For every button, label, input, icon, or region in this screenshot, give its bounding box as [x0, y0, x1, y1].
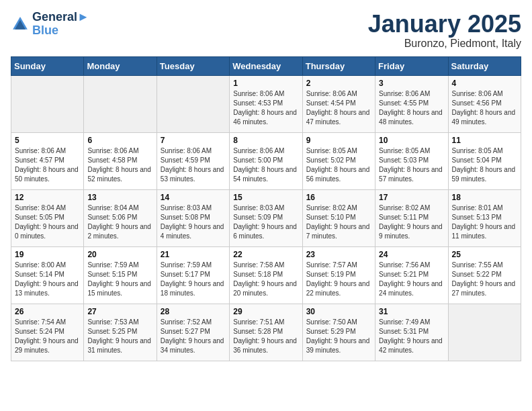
calendar-day-cell: 17Sunrise: 8:02 AM Sunset: 5:11 PM Dayli… [375, 189, 448, 246]
day-number: 2 [306, 79, 371, 88]
day-number: 7 [161, 136, 226, 145]
calendar-title: January 2025 [368, 11, 521, 38]
calendar-day-cell: 31Sunrise: 7:49 AM Sunset: 5:31 PM Dayli… [375, 304, 448, 361]
day-info: Sunrise: 7:55 AM Sunset: 5:22 PM Dayligh… [452, 261, 517, 298]
day-number: 11 [452, 136, 517, 145]
day-info: Sunrise: 8:05 AM Sunset: 5:04 PM Dayligh… [452, 146, 517, 184]
day-info: Sunrise: 8:02 AM Sunset: 5:10 PM Dayligh… [306, 203, 371, 241]
day-number: 8 [233, 136, 298, 145]
day-number: 30 [306, 307, 371, 316]
calendar-day-cell: 10Sunrise: 8:05 AM Sunset: 5:03 PM Dayli… [375, 132, 448, 189]
day-number: 28 [161, 307, 226, 316]
day-number: 25 [452, 250, 517, 259]
weekday-label: Sunday [11, 56, 84, 75]
day-number: 20 [87, 250, 152, 259]
day-info: Sunrise: 8:06 AM Sunset: 4:54 PM Dayligh… [306, 89, 371, 127]
day-info: Sunrise: 7:53 AM Sunset: 5:25 PM Dayligh… [87, 318, 152, 355]
page-header: General► Blue January 2025 Buronzo, Pied… [11, 11, 521, 50]
day-info: Sunrise: 7:50 AM Sunset: 5:29 PM Dayligh… [306, 318, 371, 355]
day-info: Sunrise: 8:04 AM Sunset: 5:05 PM Dayligh… [15, 203, 80, 241]
calendar-week-row: 26Sunrise: 7:54 AM Sunset: 5:24 PM Dayli… [11, 304, 521, 361]
day-number: 6 [87, 136, 152, 145]
calendar-day-cell: 28Sunrise: 7:52 AM Sunset: 5:27 PM Dayli… [157, 304, 229, 361]
day-number: 12 [15, 193, 80, 202]
calendar-day-cell [448, 304, 521, 361]
weekday-label: Friday [375, 56, 448, 75]
day-info: Sunrise: 7:49 AM Sunset: 5:31 PM Dayligh… [379, 318, 444, 355]
calendar-day-cell: 8Sunrise: 8:06 AM Sunset: 5:00 PM Daylig… [230, 132, 302, 189]
day-info: Sunrise: 7:57 AM Sunset: 5:19 PM Dayligh… [306, 261, 371, 298]
day-number: 9 [306, 136, 371, 145]
calendar-day-cell [84, 75, 157, 132]
calendar-day-cell [157, 75, 229, 132]
day-number: 17 [379, 193, 444, 202]
day-number: 10 [379, 136, 444, 145]
day-number: 24 [379, 250, 444, 259]
day-number: 22 [233, 250, 298, 259]
calendar-day-cell: 2Sunrise: 8:06 AM Sunset: 4:54 PM Daylig… [302, 75, 375, 132]
day-info: Sunrise: 7:54 AM Sunset: 5:24 PM Dayligh… [15, 318, 80, 355]
day-info: Sunrise: 8:06 AM Sunset: 4:56 PM Dayligh… [452, 89, 517, 127]
day-number: 1 [233, 79, 298, 88]
day-info: Sunrise: 7:59 AM Sunset: 5:17 PM Dayligh… [161, 261, 226, 298]
calendar-day-cell: 3Sunrise: 8:06 AM Sunset: 4:55 PM Daylig… [375, 75, 448, 132]
calendar-day-cell: 20Sunrise: 7:59 AM Sunset: 5:15 PM Dayli… [84, 246, 157, 304]
calendar-subtitle: Buronzo, Piedmont, Italy [368, 38, 521, 50]
calendar-day-cell: 16Sunrise: 8:02 AM Sunset: 5:10 PM Dayli… [302, 189, 375, 246]
weekday-label: Wednesday [230, 56, 302, 75]
day-info: Sunrise: 8:05 AM Sunset: 5:02 PM Dayligh… [306, 146, 371, 184]
day-info: Sunrise: 7:56 AM Sunset: 5:21 PM Dayligh… [379, 261, 444, 298]
calendar-day-cell: 23Sunrise: 7:57 AM Sunset: 5:19 PM Dayli… [302, 246, 375, 304]
day-number: 29 [233, 307, 298, 316]
calendar-day-cell: 11Sunrise: 8:05 AM Sunset: 5:04 PM Dayli… [448, 132, 521, 189]
calendar-week-row: 19Sunrise: 8:00 AM Sunset: 5:14 PM Dayli… [11, 246, 521, 304]
day-info: Sunrise: 7:52 AM Sunset: 5:27 PM Dayligh… [161, 318, 226, 355]
calendar-day-cell: 24Sunrise: 7:56 AM Sunset: 5:21 PM Dayli… [375, 246, 448, 304]
calendar-table: SundayMondayTuesdayWednesdayThursdayFrid… [11, 56, 521, 361]
day-info: Sunrise: 8:02 AM Sunset: 5:11 PM Dayligh… [379, 203, 444, 241]
day-number: 21 [161, 250, 226, 259]
day-number: 13 [87, 193, 152, 202]
day-info: Sunrise: 8:03 AM Sunset: 5:09 PM Dayligh… [233, 203, 298, 241]
day-number: 18 [452, 193, 517, 202]
calendar-day-cell: 14Sunrise: 8:03 AM Sunset: 5:08 PM Dayli… [157, 189, 229, 246]
calendar-day-cell: 12Sunrise: 8:04 AM Sunset: 5:05 PM Dayli… [11, 189, 84, 246]
day-info: Sunrise: 8:05 AM Sunset: 5:03 PM Dayligh… [379, 146, 444, 184]
day-number: 14 [161, 193, 226, 202]
logo-text: General► Blue [32, 11, 89, 38]
calendar-day-cell: 7Sunrise: 8:06 AM Sunset: 4:59 PM Daylig… [157, 132, 229, 189]
day-info: Sunrise: 8:06 AM Sunset: 4:59 PM Dayligh… [161, 146, 226, 184]
calendar-day-cell: 15Sunrise: 8:03 AM Sunset: 5:09 PM Dayli… [230, 189, 302, 246]
calendar-day-cell: 13Sunrise: 8:04 AM Sunset: 5:06 PM Dayli… [84, 189, 157, 246]
logo-icon [11, 15, 30, 34]
day-info: Sunrise: 8:06 AM Sunset: 4:58 PM Dayligh… [87, 146, 152, 184]
day-info: Sunrise: 7:51 AM Sunset: 5:28 PM Dayligh… [233, 318, 298, 355]
calendar-day-cell: 26Sunrise: 7:54 AM Sunset: 5:24 PM Dayli… [11, 304, 84, 361]
day-number: 27 [87, 307, 152, 316]
weekday-label: Tuesday [157, 56, 229, 75]
calendar-day-cell: 5Sunrise: 8:06 AM Sunset: 4:57 PM Daylig… [11, 132, 84, 189]
day-info: Sunrise: 8:06 AM Sunset: 4:57 PM Dayligh… [15, 146, 80, 184]
weekday-label: Saturday [448, 56, 521, 75]
logo: General► Blue [11, 11, 89, 38]
calendar-week-row: 1Sunrise: 8:06 AM Sunset: 4:53 PM Daylig… [11, 75, 521, 132]
weekday-header-row: SundayMondayTuesdayWednesdayThursdayFrid… [11, 56, 521, 75]
day-info: Sunrise: 8:04 AM Sunset: 5:06 PM Dayligh… [87, 203, 152, 241]
day-info: Sunrise: 8:06 AM Sunset: 4:55 PM Dayligh… [379, 89, 444, 127]
calendar-day-cell [11, 75, 84, 132]
calendar-day-cell: 30Sunrise: 7:50 AM Sunset: 5:29 PM Dayli… [302, 304, 375, 361]
calendar-day-cell: 21Sunrise: 7:59 AM Sunset: 5:17 PM Dayli… [157, 246, 229, 304]
day-number: 3 [379, 79, 444, 88]
weekday-label: Thursday [302, 56, 375, 75]
calendar-day-cell: 27Sunrise: 7:53 AM Sunset: 5:25 PM Dayli… [84, 304, 157, 361]
title-block: January 2025 Buronzo, Piedmont, Italy [368, 11, 521, 50]
day-number: 31 [379, 307, 444, 316]
day-number: 4 [452, 79, 517, 88]
day-number: 15 [233, 193, 298, 202]
weekday-label: Monday [84, 56, 157, 75]
day-number: 19 [15, 250, 80, 259]
calendar-day-cell: 9Sunrise: 8:05 AM Sunset: 5:02 PM Daylig… [302, 132, 375, 189]
calendar-day-cell: 25Sunrise: 7:55 AM Sunset: 5:22 PM Dayli… [448, 246, 521, 304]
calendar-day-cell: 1Sunrise: 8:06 AM Sunset: 4:53 PM Daylig… [230, 75, 302, 132]
day-number: 26 [15, 307, 80, 316]
